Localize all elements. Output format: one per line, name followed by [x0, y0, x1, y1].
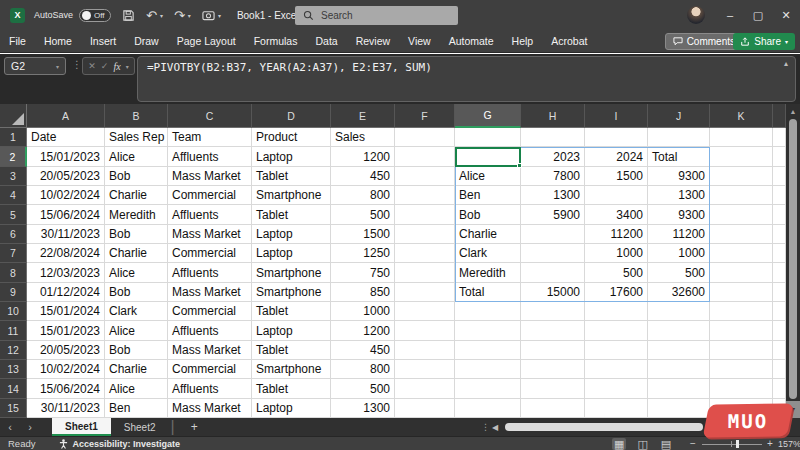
cell-F1[interactable] [395, 128, 455, 147]
cell-B5[interactable]: Meredith [105, 205, 168, 224]
cancel-icon[interactable]: ✕ [88, 61, 96, 71]
column-header-E[interactable]: E [331, 104, 395, 128]
cell-B3[interactable]: Bob [105, 167, 168, 186]
cell-C1[interactable]: Team [168, 128, 252, 147]
cell-x6[interactable] [773, 225, 786, 244]
redo-icon[interactable]: ↷ [174, 9, 185, 22]
ribbon-tab-home[interactable]: Home [35, 30, 81, 52]
cell-H14[interactable] [521, 379, 585, 398]
row-header-4[interactable]: 4 [0, 186, 27, 205]
normal-view-icon[interactable]: ▦ [612, 438, 626, 450]
cell-x4[interactable] [773, 186, 786, 205]
cell-H11[interactable] [521, 321, 585, 340]
minimize-button[interactable]: – [716, 0, 744, 30]
cell-A12[interactable]: 20/05/2023 [27, 341, 105, 360]
cell-G14[interactable] [455, 379, 521, 398]
horizontal-scrollbar-thumb[interactable] [505, 423, 703, 431]
cell-x12[interactable] [773, 341, 786, 360]
cell-I4[interactable] [585, 186, 648, 205]
column-header-B[interactable]: B [105, 104, 168, 128]
cell-G8[interactable]: Meredith [455, 263, 521, 282]
zoom-level[interactable]: 157% [778, 439, 800, 449]
cell-F15[interactable] [395, 399, 455, 418]
cell-I13[interactable] [585, 360, 648, 379]
ribbon-tab-file[interactable]: File [0, 30, 35, 52]
ribbon-tab-help[interactable]: Help [503, 30, 543, 52]
cell-E15[interactable]: 1300 [331, 399, 395, 418]
cell-E14[interactable]: 500 [331, 379, 395, 398]
cell-C5[interactable]: Affluents [168, 205, 252, 224]
cell-H3[interactable]: 7800 [521, 167, 585, 186]
cell-x8[interactable] [773, 263, 786, 282]
cell-x3[interactable] [773, 167, 786, 186]
cell-B2[interactable]: Alice [105, 147, 168, 166]
sheet-tab-sheet1[interactable]: Sheet1 [52, 418, 111, 436]
cell-x9[interactable] [773, 283, 786, 302]
row-header-7[interactable]: 7 [0, 244, 27, 263]
cell-D9[interactable]: Smartphone [252, 283, 331, 302]
cell-H6[interactable] [521, 225, 585, 244]
cell-H13[interactable] [521, 360, 585, 379]
cell-G11[interactable] [455, 321, 521, 340]
cell-A11[interactable]: 15/01/2023 [27, 321, 105, 340]
vertical-scrollbar-thumb[interactable] [789, 119, 797, 399]
cell-G13[interactable] [455, 360, 521, 379]
cell-D6[interactable]: Laptop [252, 225, 331, 244]
cell-C9[interactable]: Mass Market [168, 283, 252, 302]
cell-K14[interactable] [710, 379, 773, 398]
cell-I12[interactable] [585, 341, 648, 360]
next-sheet-icon[interactable]: › [20, 421, 40, 433]
cell-F10[interactable] [395, 302, 455, 321]
ribbon-tab-automate[interactable]: Automate [440, 30, 503, 52]
row-header-9[interactable]: 9 [0, 283, 27, 302]
cell-J13[interactable] [648, 360, 710, 379]
cell-I9[interactable]: 17600 [585, 283, 648, 302]
cell-J11[interactable] [648, 321, 710, 340]
sheet-tab-sheet2[interactable]: Sheet2 [111, 418, 169, 436]
cell-D3[interactable]: Tablet [252, 167, 331, 186]
cell-D10[interactable]: Tablet [252, 302, 331, 321]
column-header-J[interactable]: J [648, 104, 710, 128]
cell-I11[interactable] [585, 321, 648, 340]
cell-x2[interactable] [773, 147, 786, 166]
cell-I3[interactable]: 1500 [585, 167, 648, 186]
cell-G5[interactable]: Bob [455, 205, 521, 224]
cell-J15[interactable] [648, 399, 710, 418]
cell-I10[interactable] [585, 302, 648, 321]
cell-E9[interactable]: 850 [331, 283, 395, 302]
row-header-10[interactable]: 10 [0, 302, 27, 321]
cell-A1[interactable]: Date [27, 128, 105, 147]
cell-A7[interactable]: 22/08/2024 [27, 244, 105, 263]
cell-I6[interactable]: 11200 [585, 225, 648, 244]
cell-D4[interactable]: Smartphone [252, 186, 331, 205]
cell-F4[interactable] [395, 186, 455, 205]
row-header-12[interactable]: 12 [0, 341, 27, 360]
column-header-I[interactable]: I [585, 104, 648, 128]
vertical-scrollbar[interactable]: ▲ ▼ [786, 104, 800, 418]
row-header-8[interactable]: 8 [0, 263, 27, 282]
namebox-resize-handle[interactable]: ⋮ [72, 59, 82, 70]
cell-A2[interactable]: 15/01/2023 [27, 147, 105, 166]
add-sheet-button[interactable]: + [191, 420, 198, 434]
cell-I14[interactable] [585, 379, 648, 398]
row-header-14[interactable]: 14 [0, 379, 27, 398]
comments-button[interactable]: Comments [665, 33, 743, 50]
cell-B15[interactable]: Ben [105, 399, 168, 418]
cell-B4[interactable]: Charlie [105, 186, 168, 205]
cell-J10[interactable] [648, 302, 710, 321]
undo-caret-icon[interactable]: ▾ [160, 12, 163, 19]
insert-function-icon[interactable]: fx [113, 61, 120, 72]
cell-B1[interactable]: Sales Rep [105, 128, 168, 147]
cell-A15[interactable]: 30/11/2023 [27, 399, 105, 418]
cell-K2[interactable] [710, 147, 773, 166]
cell-G9[interactable]: Total [455, 283, 521, 302]
cell-A6[interactable]: 30/11/2023 [27, 225, 105, 244]
column-header-partial[interactable] [773, 104, 786, 128]
cell-D15[interactable]: Laptop [252, 399, 331, 418]
row-header-6[interactable]: 6 [0, 225, 27, 244]
row-header-11[interactable]: 11 [0, 321, 27, 340]
formula-input[interactable]: =PIVOTBY(B2:B37, YEAR(A2:A37), E2:E37, S… [137, 56, 796, 102]
cell-C7[interactable]: Commercial [168, 244, 252, 263]
zoom-in-button[interactable]: + [767, 438, 773, 449]
cell-B13[interactable]: Charlie [105, 360, 168, 379]
